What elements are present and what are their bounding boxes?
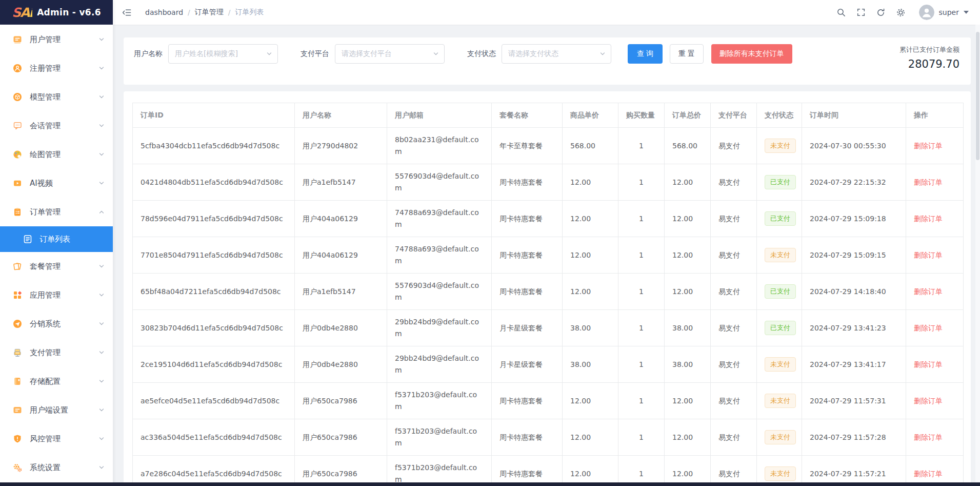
sidebar-item-11[interactable]: 存储配置 [0,367,113,396]
sidebar-item-label: 模型管理 [30,92,98,102]
fullscreen-icon[interactable] [856,8,866,17]
delete-order-link[interactable]: 删除订单 [914,142,943,150]
delete-order-link[interactable]: 删除订单 [914,397,943,405]
sidebar-item-0[interactable]: 用户管理 [0,25,113,54]
pay-status-cell: 未支付 [757,419,802,456]
payment-status-badge: 未支付 [765,430,796,444]
status-select[interactable]: 请选择支付状态 [502,44,611,64]
paid-total-label: 累计已支付订单金额 [899,45,959,54]
menu-fold-icon[interactable] [122,8,132,17]
platform-select[interactable]: 请选择支付平台 [335,44,445,64]
chevron-down-icon [98,464,105,471]
sidebar-item-label: 用户端设置 [30,405,98,415]
chevron-down-icon [98,349,105,356]
sidebar-item-8[interactable]: 应用管理 [0,281,113,309]
username-select[interactable]: 用户姓名[模糊搜索] [168,44,278,64]
app-title: Admin - v6.6 [37,7,101,17]
column-header-6: 订单总价 [665,103,711,128]
table-row: ae5efce04d5e11efa5cd6db94d7d508c用户650ca7… [133,383,964,419]
sidebar-item-2[interactable]: 模型管理 [0,83,113,111]
sidebar-item-label: 风控管理 [30,434,98,444]
user-name-cell: 用户650ca7986 [295,456,387,486]
list-icon [23,234,33,244]
delete-order-link[interactable]: 删除订单 [914,433,943,441]
user-email-cell: 29bb24bd9@default.com [387,346,492,383]
sidebar-item-14[interactable]: 系统设置 [0,453,113,482]
user-email-cell: 29bb24bd9@default.com [387,310,492,346]
order-id-cell: ac336a504d5e11efa5cd6db94d7d508c [133,419,295,456]
pay-platform-cell: 易支付 [711,274,757,310]
sidebar-item-1[interactable]: 注册管理 [0,54,113,83]
payment-status-badge: 未支付 [765,466,796,481]
user-card-icon [12,34,23,45]
sidebar-item-5[interactable]: AI视频 [0,169,113,198]
sidebar-item-12[interactable]: 用户端设置 [0,396,113,424]
delete-unpaid-orders-button[interactable]: 删除所有未支付订单 [711,44,792,64]
delete-order-link[interactable]: 删除订单 [914,178,943,186]
actions-cell: 删除订单 [906,310,964,346]
system-icon [12,462,23,473]
delete-order-link[interactable]: 删除订单 [914,324,943,332]
sidebar-item-label: AI视频 [30,179,98,188]
table-row: 7701e8504d7911efa5cd6db94d7d508c用户404a06… [133,237,964,274]
user-email-cell: 5576903d4@default.com [387,164,492,201]
status-placeholder: 请选择支付状态 [508,49,599,59]
pay-status-cell: 已支付 [757,310,802,346]
delete-order-link[interactable]: 删除订单 [914,215,943,223]
breadcrumb-order-management[interactable]: 订单管理 [195,8,224,17]
user-name-cell: 用户0db4e2880 [295,310,387,346]
actions-cell: 删除订单 [906,128,964,164]
delete-order-link[interactable]: 删除订单 [914,470,943,478]
user-name-cell: 用户404a06129 [295,201,387,237]
paid-total-summary: 累计已支付订单金额 28079.70 [899,44,959,70]
quantity-cell: 1 [618,383,665,419]
sidebar-item-6[interactable]: 订单管理 [0,198,113,226]
column-header-2: 用户邮箱 [387,103,492,128]
distribution-icon [12,319,23,329]
order-total-cell: 12.00 [665,419,711,456]
delete-order-link[interactable]: 删除订单 [914,287,943,296]
user-menu[interactable]: super [919,5,969,20]
sidebar-item-7[interactable]: 套餐管理 [0,252,113,281]
sidebar-item-13[interactable]: 风控管理 [0,424,113,453]
delete-order-link[interactable]: 删除订单 [914,360,943,368]
order-time-cell: 2024-07-30 00:55:30 [802,128,906,164]
sidebar-item-4[interactable]: 绘图管理 [0,140,113,169]
chevron-down-icon [98,180,105,186]
plan-name-cell: 周卡特惠套餐 [492,456,563,486]
refresh-icon[interactable] [876,8,886,17]
username-filter-label: 用户名称 [134,49,163,59]
search-button[interactable]: 查 询 [628,44,663,64]
orders-table-card: 订单ID用户名称用户邮箱套餐名称商品单价购买数量订单总价支付平台支付状态订单时间… [124,91,971,486]
user-name-cell: 用户a1efb5147 [295,164,387,201]
user-email-cell: 74788a693@default.com [387,201,492,237]
table-row: 5cfba4304dcb11efa5cd6db94d7d508c用户2790d4… [133,128,964,164]
breadcrumb-dashboard[interactable]: dashboard [145,8,183,16]
sidebar-subitem-6-0[interactable]: 订单列表 [0,226,113,252]
chevron-down-icon [98,151,105,158]
order-total-cell: 12.00 [665,237,711,274]
table-row: 65bf48a04d7211efa5cd6db94d7d508c用户a1efb5… [133,274,964,310]
scrollbar-thumb[interactable] [976,32,979,160]
column-header-9: 订单时间 [802,103,906,128]
table-row: 30823b704d6d11efa5cd6db94d7d508c用户0db4e2… [133,310,964,346]
theme-icon[interactable] [896,8,906,17]
reset-button[interactable]: 重 置 [670,44,704,64]
unit-price-cell: 12.00 [563,237,618,274]
column-header-8: 支付状态 [757,103,802,128]
order-time-cell: 2024-07-29 11:57:21 [802,456,906,486]
actions-cell: 删除订单 [906,456,964,486]
payment-status-badge: 未支付 [765,139,796,153]
vertical-scrollbar[interactable] [975,25,980,482]
sidebar-subitem-label: 订单列表 [39,235,70,244]
sidebar-item-9[interactable]: 分销系统 [0,309,113,338]
sidebar-item-3[interactable]: 会话管理 [0,111,113,140]
content-area: 用户名称 用户姓名[模糊搜索] 支付平台 请选择支付平台 支付状态 [113,25,980,486]
search-icon[interactable] [836,8,846,17]
user-email-cell: 74788a693@default.com [387,237,492,274]
sidebar-item-label: 支付管理 [30,348,98,358]
column-header-5: 购买数量 [618,103,665,128]
breadcrumb-separator: / [228,8,231,16]
delete-order-link[interactable]: 删除订单 [914,251,943,259]
sidebar-item-10[interactable]: 支付管理 [0,338,113,367]
